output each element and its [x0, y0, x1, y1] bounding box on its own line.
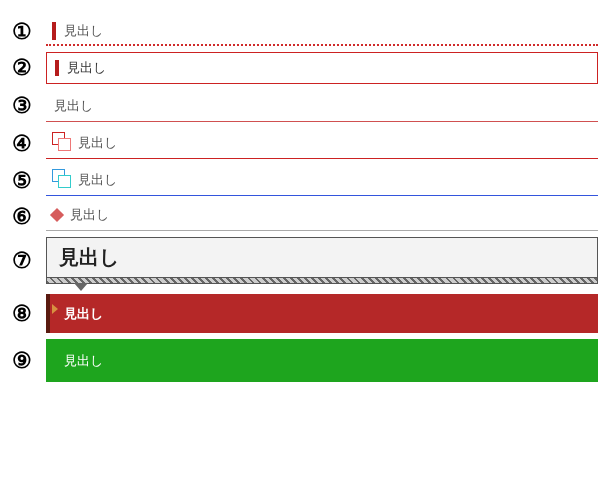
style-row-3: ③ 見出し — [10, 90, 604, 122]
heading-sample-8: 見出し — [46, 294, 598, 333]
style-row-9: ⑨ 見出し — [10, 339, 604, 382]
squares-blue-icon — [52, 169, 74, 189]
row-number: ⑤ — [10, 168, 46, 194]
heading-text: 見出し — [64, 353, 103, 368]
heading-text: 見出し — [54, 98, 93, 113]
row-number: ⑥ — [10, 204, 46, 230]
left-tick-icon — [55, 60, 59, 76]
row-number: ⑧ — [10, 301, 46, 327]
heading-sample-9: 見出し — [46, 339, 598, 382]
style-row-6: ⑥ 見出し — [10, 202, 604, 231]
row-number: ② — [10, 55, 46, 81]
style-row-5: ⑤ 見出し — [10, 165, 604, 196]
heading-text: 見出し — [70, 206, 109, 224]
row-number: ① — [10, 19, 46, 45]
row-number: ③ — [10, 93, 46, 119]
left-tick-icon — [52, 22, 56, 40]
heading-sample-3: 見出し — [46, 90, 598, 122]
hatched-strip — [46, 278, 598, 284]
row-number: ⑦ — [10, 248, 46, 274]
heading-sample-5: 見出し — [46, 165, 598, 196]
style-row-7: ⑦ 見出し — [10, 237, 604, 284]
heading-sample-7: 見出し — [46, 237, 598, 284]
diamond-icon — [50, 208, 64, 222]
heading-text: 見出し — [78, 134, 117, 152]
style-row-2: ② 見出し — [10, 52, 604, 84]
style-row-4: ④ 見出し — [10, 128, 604, 159]
chevron-down-icon — [74, 283, 88, 291]
heading-text: 見出し — [67, 59, 106, 77]
heading-sample-4: 見出し — [46, 128, 598, 159]
heading-text: 見出し — [59, 244, 585, 271]
style-row-8: ⑧ 見出し — [10, 294, 604, 333]
heading-text: 見出し — [64, 22, 103, 40]
heading-sample-6: 見出し — [46, 202, 598, 231]
row-number: ⑨ — [10, 348, 46, 374]
heading-sample-1: 見出し — [46, 18, 598, 46]
heading-text: 見出し — [78, 171, 117, 189]
style-row-1: ① 見出し — [10, 18, 604, 46]
heading-sample-2: 見出し — [46, 52, 598, 84]
row-number: ④ — [10, 131, 46, 157]
arrow-right-icon — [52, 304, 58, 314]
squares-red-icon — [52, 132, 74, 152]
heading-text: 見出し — [64, 306, 103, 321]
